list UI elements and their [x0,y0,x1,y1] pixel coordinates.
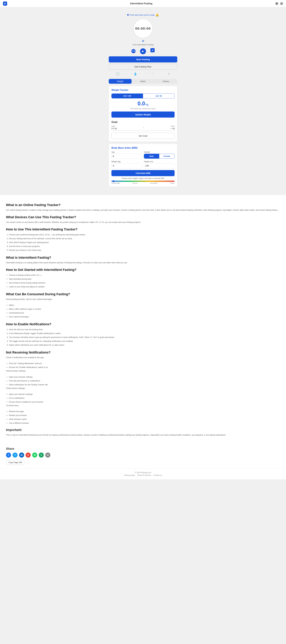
share-twitter-icon[interactable]: T [13,452,18,458]
play-button[interactable]: ▶ [140,48,146,54]
section-unordered-list: Refresh the pageRestart your browserClea… [6,410,280,425]
list-item: Open your device's settings [9,392,280,396]
start-value: 0.0 kg [111,127,117,130]
weight-tracker-title: Weight Tracker [111,89,175,92]
list-item: Find site permissions or notifications [9,379,280,383]
goal-label: Goal [170,125,175,127]
section-paragraph: Verify browser settings: [6,369,280,372]
swap-icon[interactable]: ⇄ [142,40,144,43]
hint-text: Push start when you're ready [129,14,155,16]
main-tabs: Weight Water History [109,79,177,84]
age-label: Age [111,151,142,153]
section-paragraph: Check if notifications are enabled in th… [6,356,280,359]
footer-links: Privacy policyTerms Of ServiceContact us [3,474,283,476]
fasting-type-label: 16-8 Intermittent Fasting [132,44,154,46]
footer: © 2024 IFasting.com Privacy policyTerms … [0,468,286,479]
list-item: Stay hydrated during fasts [9,277,280,281]
unit-kg-button[interactable]: KG / CM [111,94,143,98]
bmi-underweight: Underweight [111,182,120,184]
section-paragraph: Intermittent fasting is an eating patter… [6,261,280,264]
height-input[interactable] [144,163,175,168]
goal-section: Goal Start 0.0 kg › Goal — kg Set Goal [111,120,175,139]
list-item: Water [9,303,280,307]
share-viber-icon[interactable]: V [39,452,44,458]
menu-icon[interactable]: ≡ [280,2,283,5]
share-google-icon[interactable]: G [26,452,31,458]
bmi-weight-field: Weight (kg) [111,160,142,168]
section-heading: How to Get Started with Intermittent Fas… [6,268,280,272]
list-item: Open your browser settings [9,375,280,379]
gender-female-button[interactable]: Female [159,154,175,158]
footer-link[interactable]: Contact us [154,474,162,476]
tab-weight[interactable]: Weight [109,79,131,84]
list-item: Click the bell icon near the fasting tim… [9,328,280,332]
section-heading: What is Intermittent Fasting? [6,256,280,260]
list-item: Your browser will likely show a pop-up a… [9,336,280,339]
bell-icon[interactable]: 🔔 [156,13,159,16]
gender-male-button[interactable]: Male [144,154,159,158]
list-item: Refresh the page [9,410,280,414]
section-ordered-list: Choose your preferred fasting plan (16:8… [6,233,280,252]
stop-indicator: ■ ... [151,48,155,54]
list-item: In the Milestones Modal, toggle "Enable … [9,332,280,336]
bmi-error-text: Please enter weight, height, and age to … [111,177,175,180]
tab-history[interactable]: History [155,79,177,84]
list-item: Go to notifications [9,396,280,400]
gender-toggle: Male Female [144,154,175,158]
goal-progress-bar [111,130,175,131]
list-item: Eat nutritious foods during eating windo… [9,281,280,285]
goal-end: Goal — kg [170,125,175,130]
push-start-hint: Push start when you're ready 🔔 [109,13,177,16]
bmi-grid: Age Gender Male Female Weight (kg) Heigh… [111,151,175,168]
bmi-scale-labels: Underweight Normal Overweight Obese [111,182,175,184]
start-fasting-button[interactable]: Start Fasting [109,56,177,62]
footer-link[interactable]: Terms Of Service [137,474,151,476]
milestone-heart-icon[interactable]: ♡ [151,72,154,76]
milestone-cross-icon[interactable]: ✕ [168,72,170,76]
top-bar-icons: ⚙ ≡ [275,2,283,5]
share-more-icon[interactable]: M [45,452,50,458]
weight-display: 0.0 kg [111,100,175,107]
footer-link[interactable]: Privacy policy [124,474,135,476]
weight-hint: Don't give up, results will come! [111,108,175,110]
controls-row: 16-8 ▶ ■ ... [109,48,177,54]
share-linkedin-icon[interactable]: IN [19,452,24,458]
age-input[interactable] [111,154,142,159]
list-item: Choose your preferred fasting plan (16:8… [9,233,280,237]
milestone-clock-icon[interactable]: 🕐 [116,72,119,76]
update-weight-button[interactable]: Update Weight [111,112,175,118]
milestone-droplet-icon[interactable]: 💧 [133,72,137,76]
unit-lb-button[interactable]: LB / IN [143,94,175,98]
section-paragraph: Check device settings: [6,387,280,390]
weight-input[interactable] [111,163,142,168]
copy-url-button[interactable]: Copy Page URL [6,460,25,465]
set-goal-button[interactable]: Set Goal [111,133,175,139]
timer-container: 00:00:00 ⇄ 16-8 Intermittent Fasting [109,19,177,46]
settings-icon[interactable]: ⚙ [275,2,278,5]
tab-water[interactable]: Water [131,79,154,84]
top-bar-left: IF [3,2,7,6]
section-unordered-list: Choose a fasting method (16:8, 5:2...)St… [6,273,280,289]
edit-plan-button[interactable]: Edit Fasting Plan [109,64,177,70]
list-item: Ensure the "Enable Notifications" switch… [9,366,280,369]
fasting-plan-indicator: 16-8 [131,49,135,54]
unit-toggle: KG / CM LB / IN [111,94,175,98]
share-icons-row: FTINGWVM [6,452,280,458]
plan-dot: 16-8 [131,49,135,53]
bmi-scale-dot [113,180,114,182]
milestone-icons-row: 🕐 💧 ♡ ✕ [109,71,177,77]
tracker-container: Push start when you're ready 🔔 00:00:00 … [106,10,180,192]
important-label: Important: [6,428,280,432]
section-heading: Not Receiving Notifications? [6,350,280,354]
share-facebook-icon[interactable]: F [6,452,11,458]
bmi-age-field: Age [111,151,142,159]
share-whatsapp-icon[interactable]: W [32,452,37,458]
calculate-bmi-button[interactable]: Calculate BMI [111,170,175,176]
weight-value: 0.0 [138,100,145,106]
section-unordered-list: Open your device's settingsGo to notific… [6,392,280,404]
list-item: Restart your browser [9,414,280,417]
section-unordered-list: Open your browser settingsFind site perm… [6,375,280,387]
section-heading: How to Enable Notifications? [6,322,280,326]
list-item: Select which milestones you want notific… [9,343,280,347]
list-item: Set your fasting start time (if not sele… [9,237,280,240]
